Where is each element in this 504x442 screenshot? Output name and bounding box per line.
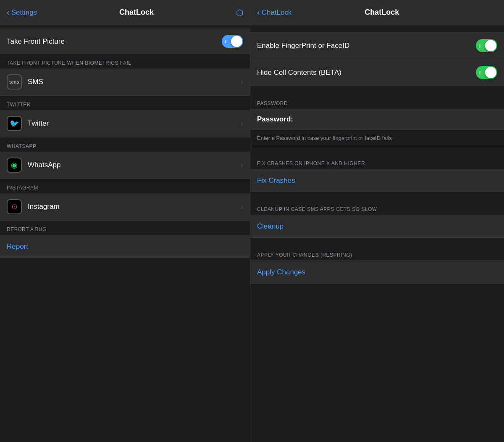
sms-label: SMS <box>28 78 43 86</box>
instagram-chevron-icon: › <box>241 203 243 211</box>
take-front-picture-label: Take Front Picture <box>7 37 65 46</box>
twitter-icon: 🐦 <box>7 116 22 131</box>
right-nav-title: ChatLock <box>365 8 399 17</box>
password-hint-text: Enter a Password in case your fingerprin… <box>257 135 392 141</box>
back-chevron-icon: ‹ <box>7 8 10 17</box>
section-twitter: TWITTER <box>0 96 250 110</box>
twitter-label: Twitter <box>28 119 49 128</box>
settings-back-button[interactable]: ‹ Settings <box>7 8 37 17</box>
fix-crashes-row[interactable]: Fix Crashes <box>250 169 504 192</box>
password-label-row: Password: <box>250 109 504 130</box>
whatsapp-chevron-icon: › <box>241 161 243 170</box>
cleanup-row[interactable]: Cleanup <box>250 215 504 238</box>
hide-cell-toggle-thumb <box>485 67 496 78</box>
right-main-content: Enable FingerPrint or FaceID Hide Cell C… <box>250 25 504 442</box>
whatsapp-label: WhatsApp <box>28 161 60 169</box>
sms-item-left: sms SMS <box>7 74 43 89</box>
instagram-row[interactable]: ⊙ Instagram › <box>0 193 250 221</box>
sms-chevron-icon: › <box>241 78 243 87</box>
toggle-thumb <box>231 36 242 47</box>
password-label: Password: <box>257 115 293 124</box>
fix-crashes-label: Fix Crashes <box>257 176 295 185</box>
twitter-chevron-icon: › <box>241 119 243 128</box>
take-front-picture-row: Take Front Picture <box>0 29 250 54</box>
fingerprint-row: Enable FingerPrint or FaceID <box>250 32 504 59</box>
report-row[interactable]: Report <box>0 235 250 258</box>
twitter-row[interactable]: 🐦 Twitter › <box>0 110 250 137</box>
hide-cell-label: Hide Cell Contents (BETA) <box>257 68 341 77</box>
apply-changes-row[interactable]: Apply Changes <box>250 260 504 284</box>
external-link-icon[interactable]: ⬡ <box>236 8 243 18</box>
left-nav-bar: ‹ Settings ChatLock ⬡ <box>0 0 250 25</box>
right-panel: ‹ ChatLock ChatLock Enable FingerPrint o… <box>250 0 504 442</box>
back-label: Settings <box>11 8 37 17</box>
report-label: Report <box>7 242 28 251</box>
left-nav-title: ChatLock <box>119 8 154 17</box>
fingerprint-label: Enable FingerPrint or FaceID <box>257 42 349 50</box>
apply-changes-label: Apply Changes <box>257 268 305 276</box>
fingerprint-toggle-thumb <box>485 40 496 51</box>
sms-icon: sms <box>7 74 22 89</box>
hide-cell-toggle[interactable] <box>476 66 497 79</box>
chatlock-back-button[interactable]: ‹ ChatLock <box>257 8 292 17</box>
take-front-picture-toggle-container <box>222 35 243 48</box>
password-hint-row: Enter a Password in case your fingerprin… <box>250 130 504 146</box>
twitter-item-left: 🐦 Twitter <box>7 116 49 131</box>
right-nav-bar: ‹ ChatLock ChatLock <box>250 0 504 25</box>
section-cleanup: CLEANUP IN CASE SMS APPS GETS SO SLOW <box>250 200 504 215</box>
instagram-icon: ⊙ <box>7 199 22 214</box>
section-biometrics: TAKE FRONT PICTURE WHEN BIOMETRICS FAIL <box>0 54 250 68</box>
section-fix-crashes: FIX CRASHES ON IPHONE X AND HIGHER <box>250 155 504 169</box>
whatsapp-row[interactable]: ◉ WhatsApp › <box>0 152 250 179</box>
right-back-chevron-icon: ‹ <box>257 8 260 17</box>
cleanup-label: Cleanup <box>257 222 284 231</box>
left-panel: ‹ Settings ChatLock ⬡ Take Front Picture… <box>0 0 250 442</box>
right-back-label: ChatLock <box>262 8 292 17</box>
hide-cell-row: Hide Cell Contents (BETA) <box>250 59 504 86</box>
section-instagram: INSTAGRAM <box>0 179 250 193</box>
take-front-picture-toggle[interactable] <box>222 35 243 48</box>
fingerprint-toggle[interactable] <box>476 39 497 52</box>
instagram-label: Instagram <box>28 203 60 211</box>
sms-row[interactable]: sms SMS › <box>0 68 250 96</box>
section-apply: APPLY YOUR CHANGES (RESPRING) <box>250 246 504 260</box>
section-report: REPORT A BUG <box>0 221 250 235</box>
left-main-content: Take Front Picture TAKE FRONT PICTURE WH… <box>0 25 250 442</box>
instagram-item-left: ⊙ Instagram <box>7 199 60 214</box>
section-password: PASSWORD <box>250 95 504 109</box>
whatsapp-item-left: ◉ WhatsApp <box>7 158 60 173</box>
section-whatsapp: WHATSAPP <box>0 137 250 152</box>
whatsapp-icon: ◉ <box>7 158 22 173</box>
